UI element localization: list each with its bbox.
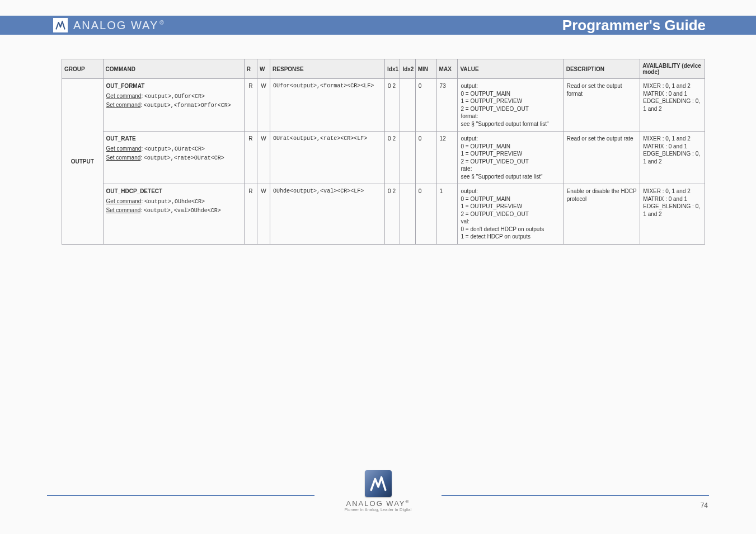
- idx1-cell: 0 2: [385, 79, 400, 132]
- availability-cell: MIXER : 0, 1 and 2 MATRIX : 0 and 1 EDGE…: [640, 184, 705, 245]
- page-number: 74: [701, 502, 708, 509]
- response-cell: OUfor<output>,<format><CR><LF>: [270, 79, 385, 132]
- col-group: GROUP: [62, 59, 104, 79]
- min-cell: 0: [415, 79, 436, 132]
- response-cell: OUhde<output>,<val><CR><LF>: [270, 184, 385, 245]
- table-body: OUTPUTOUT_FORMATGet command: <output>,OU…: [62, 79, 705, 245]
- w-cell: W: [257, 132, 270, 184]
- table-row: OUTPUTOUT_FORMATGet command: <output>,OU…: [62, 79, 705, 132]
- response-cell: OUrat<output>,<rate><CR><LF>: [270, 132, 385, 184]
- footer-logo-icon: [365, 470, 392, 497]
- footer-tagline: Pioneer in Analog, Leader in Digital: [334, 508, 423, 512]
- command-cell: OUT_FORMATGet command: <output>,OUfor<CR…: [103, 79, 244, 132]
- page-title: Programmer's Guide: [562, 17, 706, 34]
- idx2-cell: [400, 132, 415, 184]
- footer-logo: ANALOG WAY® Pioneer in Analog, Leader in…: [334, 470, 423, 512]
- w-cell: W: [257, 79, 270, 132]
- description-cell: Enable or disable the HDCP protocol: [564, 184, 640, 245]
- table-header: GROUP COMMAND R W RESPONSE Idx1 Idx2 MIN…: [62, 59, 705, 79]
- header-bar: ANALOG WAY® Programmer's Guide: [0, 16, 756, 35]
- idx2-cell: [400, 184, 415, 245]
- col-w: W: [257, 59, 270, 79]
- description-cell: Read or set the output rate: [564, 132, 640, 184]
- brand-logo-icon: [53, 18, 68, 32]
- value-cell: output: 0 = OUTPUT_MAIN 1 = OUTPUT_PREVI…: [458, 79, 564, 132]
- command-table: GROUP COMMAND R W RESPONSE Idx1 Idx2 MIN…: [62, 59, 705, 245]
- command-cell: OUT_HDCP_DETECTGet command: <output>,OUh…: [103, 184, 244, 245]
- footer-rule-left: [47, 495, 314, 496]
- r-cell: R: [244, 132, 257, 184]
- description-cell: Read or set the output format: [564, 79, 640, 132]
- command-cell: OUT_RATEGet command: <output>,OUrat<CR>S…: [103, 132, 244, 184]
- table-row: OUT_HDCP_DETECTGet command: <output>,OUh…: [62, 184, 705, 245]
- footer-brand: ANALOG WAY®: [334, 499, 423, 508]
- w-cell: W: [257, 184, 270, 245]
- r-cell: R: [244, 184, 257, 245]
- col-idx2: Idx2: [400, 59, 415, 79]
- col-command: COMMAND: [103, 59, 244, 79]
- idx1-cell: 0 2: [385, 132, 400, 184]
- idx2-cell: [400, 79, 415, 132]
- group-cell: OUTPUT: [62, 79, 104, 245]
- idx1-cell: 0 2: [385, 184, 400, 245]
- col-max: MAX: [436, 59, 458, 79]
- brand-name: ANALOG WAY®: [73, 19, 165, 32]
- r-cell: R: [244, 79, 257, 132]
- value-cell: output: 0 = OUTPUT_MAIN 1 = OUTPUT_PREVI…: [458, 132, 564, 184]
- col-response: RESPONSE: [270, 59, 385, 79]
- min-cell: 0: [415, 132, 436, 184]
- availability-cell: MIXER : 0, 1 and 2 MATRIX : 0 and 1 EDGE…: [640, 79, 705, 132]
- footer-rule-right: [442, 495, 709, 496]
- col-avail: AVAILABILITY (device mode): [640, 59, 705, 79]
- max-cell: 1: [436, 184, 458, 245]
- max-cell: 12: [436, 132, 458, 184]
- content-area: GROUP COMMAND R W RESPONSE Idx1 Idx2 MIN…: [62, 59, 705, 245]
- brand-logo-block: ANALOG WAY®: [53, 18, 165, 32]
- col-idx1: Idx1: [385, 59, 400, 79]
- min-cell: 0: [415, 184, 436, 245]
- availability-cell: MIXER : 0, 1 and 2 MATRIX : 0 and 1 EDGE…: [640, 132, 705, 184]
- max-cell: 73: [436, 79, 458, 132]
- col-r: R: [244, 59, 257, 79]
- col-desc: DESCRIPTION: [564, 59, 640, 79]
- col-value: VALUE: [458, 59, 564, 79]
- value-cell: output: 0 = OUTPUT_MAIN 1 = OUTPUT_PREVI…: [458, 184, 564, 245]
- table-row: OUT_RATEGet command: <output>,OUrat<CR>S…: [62, 132, 705, 184]
- col-min: MIN: [415, 59, 436, 79]
